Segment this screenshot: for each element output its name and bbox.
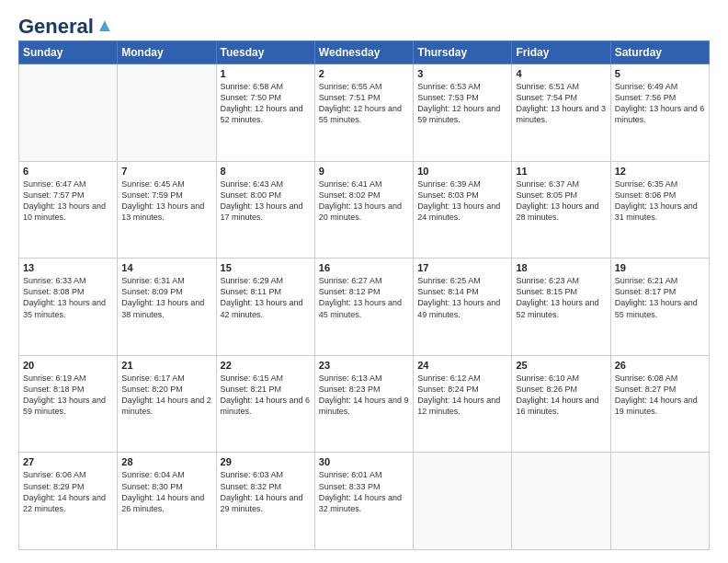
day-number: 17 (417, 262, 507, 273)
day-info: Sunrise: 6:31 AM Sunset: 8:09 PM Dayligh… (121, 275, 211, 320)
page: General ▲ SundayMondayTuesdayWednesdayTh… (0, 0, 728, 563)
day-number: 10 (417, 166, 507, 177)
day-number: 16 (319, 262, 409, 273)
logo-text: General (18, 17, 94, 37)
calendar-day-cell: 29Sunrise: 6:03 AM Sunset: 8:32 PM Dayli… (216, 453, 314, 550)
calendar-week-row: 1Sunrise: 6:58 AM Sunset: 7:50 PM Daylig… (19, 64, 710, 162)
day-number: 27 (23, 456, 113, 467)
calendar-day-cell: 17Sunrise: 6:25 AM Sunset: 8:14 PM Dayli… (414, 259, 512, 356)
day-info: Sunrise: 6:51 AM Sunset: 7:54 PM Dayligh… (516, 81, 606, 126)
calendar-header-row: SundayMondayTuesdayWednesdayThursdayFrid… (19, 41, 710, 64)
calendar-table: SundayMondayTuesdayWednesdayThursdayFrid… (18, 40, 710, 550)
day-number: 21 (121, 360, 211, 371)
day-number: 23 (319, 360, 409, 371)
calendar-week-row: 13Sunrise: 6:33 AM Sunset: 8:08 PM Dayli… (19, 259, 710, 356)
day-info: Sunrise: 6:04 AM Sunset: 8:30 PM Dayligh… (121, 469, 211, 514)
day-info: Sunrise: 6:01 AM Sunset: 8:33 PM Dayligh… (319, 469, 409, 514)
day-info: Sunrise: 6:27 AM Sunset: 8:12 PM Dayligh… (319, 275, 409, 320)
day-number: 29 (221, 456, 311, 467)
day-info: Sunrise: 6:33 AM Sunset: 8:08 PM Dayligh… (23, 275, 113, 320)
day-number: 28 (121, 456, 211, 467)
day-info: Sunrise: 6:13 AM Sunset: 8:23 PM Dayligh… (319, 373, 409, 418)
day-number: 2 (319, 68, 409, 79)
calendar-day-cell: 28Sunrise: 6:04 AM Sunset: 8:30 PM Dayli… (118, 453, 216, 550)
day-info: Sunrise: 6:45 AM Sunset: 7:59 PM Dayligh… (121, 178, 211, 224)
calendar-day-cell: 6Sunrise: 6:47 AM Sunset: 7:57 PM Daylig… (19, 161, 118, 259)
calendar-day-cell: 16Sunrise: 6:27 AM Sunset: 8:12 PM Dayli… (314, 259, 413, 356)
calendar-day-cell: 24Sunrise: 6:12 AM Sunset: 8:24 PM Dayli… (414, 355, 512, 453)
calendar-day-cell: 11Sunrise: 6:37 AM Sunset: 8:05 PM Dayli… (512, 161, 610, 259)
day-number: 3 (417, 68, 507, 79)
day-info: Sunrise: 6:43 AM Sunset: 8:00 PM Dayligh… (221, 178, 311, 224)
logo: General ▲ (18, 17, 114, 31)
day-number: 7 (121, 166, 211, 177)
day-info: Sunrise: 6:15 AM Sunset: 8:21 PM Dayligh… (221, 373, 311, 418)
day-info: Sunrise: 6:58 AM Sunset: 7:50 PM Dayligh… (221, 81, 311, 126)
day-info: Sunrise: 6:49 AM Sunset: 7:56 PM Dayligh… (615, 81, 705, 126)
day-number: 9 (319, 166, 409, 177)
day-of-week-header: Thursday (414, 41, 512, 64)
day-info: Sunrise: 6:23 AM Sunset: 8:15 PM Dayligh… (516, 275, 606, 320)
day-info: Sunrise: 6:25 AM Sunset: 8:14 PM Dayligh… (417, 275, 507, 320)
day-of-week-header: Monday (118, 41, 216, 64)
calendar-week-row: 20Sunrise: 6:19 AM Sunset: 8:18 PM Dayli… (19, 355, 710, 453)
day-number: 26 (615, 360, 705, 371)
calendar-day-cell: 1Sunrise: 6:58 AM Sunset: 7:50 PM Daylig… (216, 64, 314, 162)
calendar-day-cell: 9Sunrise: 6:41 AM Sunset: 8:02 PM Daylig… (314, 161, 413, 259)
calendar-day-cell: 4Sunrise: 6:51 AM Sunset: 7:54 PM Daylig… (512, 64, 610, 162)
day-number: 30 (319, 456, 409, 467)
calendar-day-cell: 21Sunrise: 6:17 AM Sunset: 8:20 PM Dayli… (118, 355, 216, 453)
day-number: 20 (23, 360, 113, 371)
day-info: Sunrise: 6:35 AM Sunset: 8:06 PM Dayligh… (615, 178, 705, 224)
header: General ▲ (18, 17, 710, 31)
calendar-day-cell: 20Sunrise: 6:19 AM Sunset: 8:18 PM Dayli… (19, 355, 118, 453)
calendar-day-cell (610, 453, 709, 550)
day-info: Sunrise: 6:10 AM Sunset: 8:26 PM Dayligh… (516, 373, 606, 418)
calendar-day-cell: 18Sunrise: 6:23 AM Sunset: 8:15 PM Dayli… (512, 259, 610, 356)
day-info: Sunrise: 6:03 AM Sunset: 8:32 PM Dayligh… (221, 469, 311, 514)
calendar-day-cell: 25Sunrise: 6:10 AM Sunset: 8:26 PM Dayli… (512, 355, 610, 453)
day-info: Sunrise: 6:55 AM Sunset: 7:51 PM Dayligh… (319, 81, 409, 126)
calendar-week-row: 6Sunrise: 6:47 AM Sunset: 7:57 PM Daylig… (19, 161, 710, 259)
logo-bird-icon: ▲ (96, 16, 114, 34)
calendar-day-cell: 14Sunrise: 6:31 AM Sunset: 8:09 PM Dayli… (118, 259, 216, 356)
day-of-week-header: Friday (512, 41, 610, 64)
calendar-day-cell: 8Sunrise: 6:43 AM Sunset: 8:00 PM Daylig… (216, 161, 314, 259)
day-info: Sunrise: 6:17 AM Sunset: 8:20 PM Dayligh… (121, 373, 211, 418)
calendar-day-cell: 2Sunrise: 6:55 AM Sunset: 7:51 PM Daylig… (314, 64, 413, 162)
calendar-day-cell: 5Sunrise: 6:49 AM Sunset: 7:56 PM Daylig… (610, 64, 709, 162)
day-number: 5 (615, 68, 705, 79)
calendar-day-cell: 27Sunrise: 6:06 AM Sunset: 8:29 PM Dayli… (19, 453, 118, 550)
day-number: 24 (417, 360, 507, 371)
calendar-day-cell: 3Sunrise: 6:53 AM Sunset: 7:53 PM Daylig… (414, 64, 512, 162)
day-number: 25 (516, 360, 606, 371)
calendar-day-cell: 19Sunrise: 6:21 AM Sunset: 8:17 PM Dayli… (610, 259, 709, 356)
calendar-day-cell: 30Sunrise: 6:01 AM Sunset: 8:33 PM Dayli… (314, 453, 413, 550)
day-of-week-header: Tuesday (216, 41, 314, 64)
calendar-day-cell (118, 64, 216, 162)
day-info: Sunrise: 6:53 AM Sunset: 7:53 PM Dayligh… (417, 81, 507, 126)
day-info: Sunrise: 6:41 AM Sunset: 8:02 PM Dayligh… (319, 178, 409, 224)
day-number: 12 (615, 166, 705, 177)
calendar-day-cell: 7Sunrise: 6:45 AM Sunset: 7:59 PM Daylig… (118, 161, 216, 259)
calendar-day-cell (19, 64, 118, 162)
calendar-day-cell (414, 453, 512, 550)
day-info: Sunrise: 6:29 AM Sunset: 8:11 PM Dayligh… (221, 275, 311, 320)
day-info: Sunrise: 6:39 AM Sunset: 8:03 PM Dayligh… (417, 178, 507, 224)
day-info: Sunrise: 6:12 AM Sunset: 8:24 PM Dayligh… (417, 373, 507, 418)
day-number: 1 (221, 68, 311, 79)
calendar-day-cell: 13Sunrise: 6:33 AM Sunset: 8:08 PM Dayli… (19, 259, 118, 356)
day-number: 22 (221, 360, 311, 371)
calendar-day-cell: 10Sunrise: 6:39 AM Sunset: 8:03 PM Dayli… (414, 161, 512, 259)
day-info: Sunrise: 6:47 AM Sunset: 7:57 PM Dayligh… (23, 178, 113, 224)
day-number: 18 (516, 262, 606, 273)
day-number: 11 (516, 166, 606, 177)
day-info: Sunrise: 6:19 AM Sunset: 8:18 PM Dayligh… (23, 373, 113, 418)
day-of-week-header: Sunday (19, 41, 118, 64)
day-number: 13 (23, 262, 113, 273)
day-number: 19 (615, 262, 705, 273)
day-info: Sunrise: 6:21 AM Sunset: 8:17 PM Dayligh… (615, 275, 705, 320)
day-info: Sunrise: 6:37 AM Sunset: 8:05 PM Dayligh… (516, 178, 606, 224)
calendar-week-row: 27Sunrise: 6:06 AM Sunset: 8:29 PM Dayli… (19, 453, 710, 550)
day-number: 8 (221, 166, 311, 177)
